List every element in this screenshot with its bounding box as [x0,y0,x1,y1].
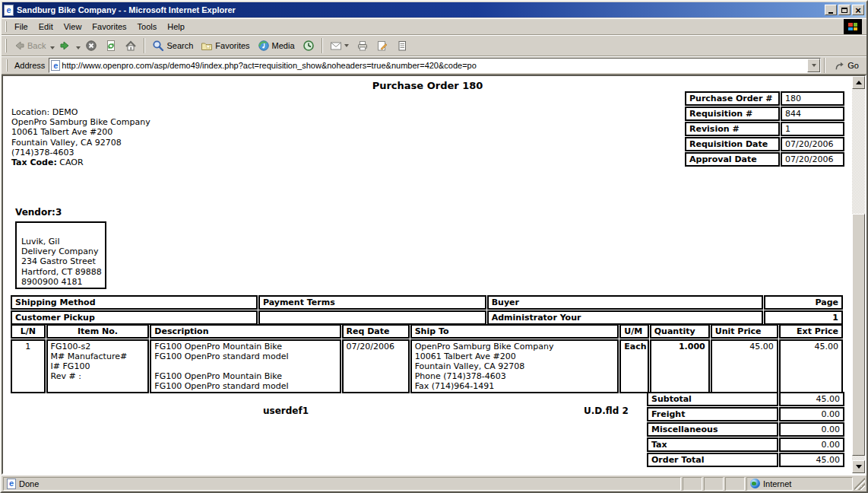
ie-app-icon [4,5,14,16]
menu-favorites[interactable]: Favorites [87,20,131,33]
ship-to-header: Ship To [410,324,619,339]
menu-help[interactable]: Help [162,20,190,33]
vendor-section: Vendor:3 Luvik, Gil Delivery Company 234… [15,207,106,289]
req-date-header: Req Date [342,324,410,339]
address-label: Address [14,61,45,70]
quantity-cell: 1.000 [650,339,710,393]
buyer-header: Buyer [487,295,763,310]
totals-table: Subtotal45.00 Freight0.00 Miscellaneous0… [646,391,845,468]
vendor-number: 3 [55,207,62,218]
standard-toolbar: Back Search Favorites Media [2,35,866,56]
arrow-up-icon [856,81,862,84]
arrow-down-icon [856,465,862,469]
freight-label: Freight [647,407,778,421]
go-label: Go [847,61,859,70]
forward-dropdown[interactable] [75,39,81,53]
go-button[interactable]: Go [828,58,864,74]
shipping-method-header: Shipping Method [11,295,258,310]
unit-price-header: Unit Price [711,324,778,339]
address-bar: Address Go [2,56,866,75]
menu-tools[interactable]: Tools [132,20,163,33]
page-status-icon [7,479,16,489]
toolbar-grip[interactable] [5,21,7,32]
userdef2-label: U.D.fld 2 [584,406,629,416]
media-icon [258,40,270,52]
forward-button[interactable] [55,37,75,54]
tax-code-line: Tax Code: CAOR [11,157,150,167]
refresh-button[interactable] [101,37,121,54]
scrollbar-track[interactable] [852,89,865,460]
zone-text: Internet [763,479,791,488]
history-icon [303,40,315,52]
order-total-value: 45.00 [779,453,844,467]
stop-button[interactable] [81,37,101,54]
titlebar: Sandburg Bike Company - - Microsoft Inte… [2,2,866,17]
back-dropdown[interactable] [49,39,55,53]
table-row: Requisition Date07/20/2006 [685,137,844,151]
info-value: 07/20/2006 [781,137,844,151]
maximize-button[interactable] [838,5,851,15]
table-row: Subtotal45.00 [647,392,844,406]
address-field[interactable] [60,59,807,72]
um-cell: Each [619,339,648,393]
table-row: Order Total45.00 [647,453,844,467]
favorites-button[interactable]: Favorites [197,37,253,54]
scrollbar-thumb[interactable] [852,214,865,456]
page-header: Page [764,295,843,310]
miscellaneous-value: 0.00 [779,422,844,437]
toolbar-grip[interactable] [6,59,8,71]
toolbar-grip[interactable] [5,39,7,52]
info-value: 07/20/2006 [781,152,844,167]
minimize-button[interactable] [825,5,837,15]
print-icon [356,40,369,52]
terms-table: Shipping Method Payment Terms Buyer Page… [10,294,844,326]
chevron-down-icon [812,64,816,67]
media-button[interactable]: Media [254,37,299,54]
address-input-box[interactable] [49,58,821,73]
menu-edit[interactable]: Edit [33,20,59,33]
vertical-scrollbar[interactable] [852,76,865,473]
close-button[interactable] [852,5,864,15]
browser-window: Sandburg Bike Company - - Microsoft Inte… [0,0,868,493]
chevron-down-icon [76,46,81,49]
address-dropdown[interactable] [807,59,820,72]
tax-value: 0.00 [779,437,844,452]
unit-price-cell: 45.00 [711,339,778,393]
vendor-address-box: Luvik, Gil Delivery Company 234 Gastro S… [15,221,106,289]
table-row: Freight0.00 [647,407,844,421]
miscellaneous-label: Miscellaneous [647,422,778,437]
status-pane [683,477,702,491]
table-row: Approval Date07/20/2006 [685,152,844,167]
tax-code-value: CAOR [59,157,83,167]
company-block: Location: DEMO OpenPro Samburg Bike Comp… [11,107,150,167]
scroll-down-button[interactable] [852,460,865,473]
menu-view[interactable]: View [59,20,87,33]
refresh-icon [105,40,117,52]
menu-bar: File Edit View Favorites Tools Help [2,18,866,35]
print-button[interactable] [353,37,372,54]
mail-button[interactable] [326,37,353,54]
edit-button[interactable] [372,37,392,54]
menu-file[interactable]: File [9,20,33,33]
history-button[interactable] [299,37,318,54]
go-icon [834,60,845,72]
company-address: Location: DEMO OpenPro Samburg Bike Comp… [11,107,150,157]
back-button[interactable]: Back [9,37,49,54]
ln-cell: 1 [11,339,46,393]
order-total-label: Order Total [647,453,778,467]
info-label: Purchase Order # [685,91,780,106]
home-button[interactable] [121,37,141,54]
mail-icon [330,40,342,52]
table-row: Shipping Method Payment Terms Buyer Page [11,295,843,310]
resize-grip[interactable] [854,478,865,490]
window-title: Sandburg Bike Company - - Microsoft Inte… [17,5,825,14]
subtotal-value: 45.00 [779,392,844,406]
discuss-button[interactable] [392,37,412,54]
item-no-header: Item No. [46,324,150,339]
favorites-label: Favorites [215,41,249,50]
search-button[interactable]: Search [148,37,197,54]
line-items-table: L/N Item No. Description Req Date Ship T… [10,323,844,394]
scroll-up-button[interactable] [852,76,865,89]
home-icon [125,40,137,52]
status-message-pane: Done [3,477,681,491]
